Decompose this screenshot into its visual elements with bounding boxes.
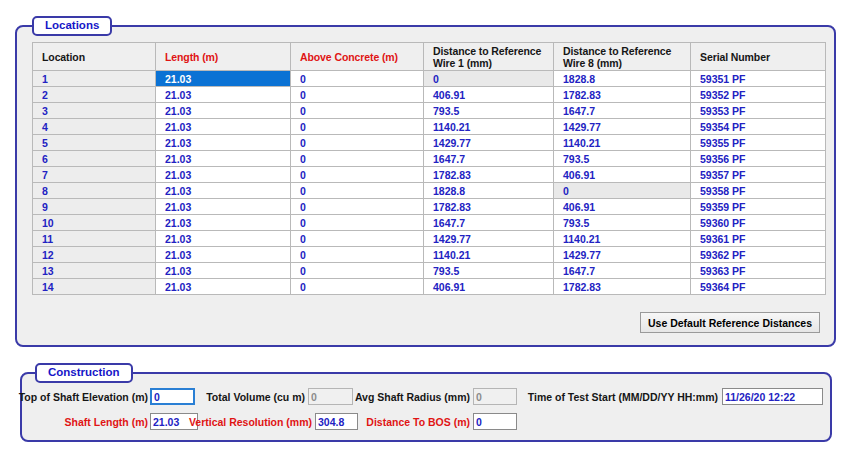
table-cell[interactable]: 406.91 bbox=[424, 279, 554, 295]
table-cell[interactable]: 59356 PF bbox=[691, 151, 826, 167]
row-header-cell: 3 bbox=[33, 103, 156, 119]
table-cell[interactable]: 1782.83 bbox=[424, 167, 554, 183]
table-cell[interactable]: 1140.21 bbox=[554, 231, 691, 247]
avg-shaft-radius-label: Avg Shaft Radius (mm) bbox=[355, 391, 470, 403]
table-row: 1221.0301140.211429.7759362 PF bbox=[33, 247, 826, 263]
row-header-cell: 7 bbox=[33, 167, 156, 183]
table-cell[interactable]: 21.03 bbox=[156, 135, 291, 151]
table-cell[interactable]: 59360 PF bbox=[691, 215, 826, 231]
table-cell[interactable]: 793.5 bbox=[554, 151, 691, 167]
table-cell[interactable]: 406.91 bbox=[554, 199, 691, 215]
row-header-cell: 9 bbox=[33, 199, 156, 215]
table-cell[interactable]: 1140.21 bbox=[424, 247, 554, 263]
table-cell[interactable]: 0 bbox=[291, 263, 424, 279]
table-cell[interactable]: 21.03 bbox=[156, 87, 291, 103]
table-row: 521.0301429.771140.2159355 PF bbox=[33, 135, 826, 151]
locations-table: LocationLength (m)Above Concrete (m)Dist… bbox=[32, 42, 826, 295]
table-cell[interactable]: 59355 PF bbox=[691, 135, 826, 151]
table-cell[interactable]: 21.03 bbox=[156, 215, 291, 231]
table-cell[interactable]: 0 bbox=[291, 135, 424, 151]
table-cell[interactable]: 59354 PF bbox=[691, 119, 826, 135]
table-cell[interactable]: 21.03 bbox=[156, 71, 291, 87]
table-cell[interactable]: 59363 PF bbox=[691, 263, 826, 279]
table-cell[interactable]: 0 bbox=[291, 183, 424, 199]
table-cell[interactable]: 0 bbox=[291, 247, 424, 263]
table-cell[interactable]: 21.03 bbox=[156, 183, 291, 199]
table-cell[interactable]: 793.5 bbox=[424, 103, 554, 119]
table-cell[interactable]: 0 bbox=[291, 279, 424, 295]
table-cell[interactable]: 1140.21 bbox=[424, 119, 554, 135]
distance-to-bos-input[interactable] bbox=[473, 413, 517, 430]
table-cell[interactable]: 1429.77 bbox=[554, 119, 691, 135]
table-cell[interactable]: 21.03 bbox=[156, 263, 291, 279]
table-cell[interactable]: 0 bbox=[291, 231, 424, 247]
row-header-cell: 11 bbox=[33, 231, 156, 247]
row-header-cell: 14 bbox=[33, 279, 156, 295]
table-cell[interactable]: 1429.77 bbox=[554, 247, 691, 263]
table-cell[interactable]: 59353 PF bbox=[691, 103, 826, 119]
table-cell[interactable]: 0 bbox=[554, 183, 691, 199]
table-cell[interactable]: 21.03 bbox=[156, 119, 291, 135]
table-cell[interactable]: 0 bbox=[291, 215, 424, 231]
top-of-shaft-elevation-input[interactable] bbox=[150, 388, 195, 405]
table-cell[interactable]: 1647.7 bbox=[424, 151, 554, 167]
table-row: 921.0301782.83406.9159359 PF bbox=[33, 199, 826, 215]
table-cell[interactable]: 59361 PF bbox=[691, 231, 826, 247]
locations-groupbox-label: Locations bbox=[32, 16, 112, 36]
table-cell[interactable]: 21.03 bbox=[156, 279, 291, 295]
table-cell[interactable]: 21.03 bbox=[156, 167, 291, 183]
table-row: 221.030406.911782.8359352 PF bbox=[33, 87, 826, 103]
vertical-resolution-input[interactable] bbox=[315, 413, 358, 430]
row-header-cell: 10 bbox=[33, 215, 156, 231]
table-cell[interactable]: 0 bbox=[291, 151, 424, 167]
table-cell[interactable]: 21.03 bbox=[156, 103, 291, 119]
table-cell[interactable]: 0 bbox=[291, 119, 424, 135]
use-default-reference-distances-button[interactable]: Use Default Reference Distances bbox=[640, 312, 820, 333]
table-cell[interactable]: 0 bbox=[291, 199, 424, 215]
row-header-cell: 5 bbox=[33, 135, 156, 151]
table-cell[interactable]: 59351 PF bbox=[691, 71, 826, 87]
table-cell[interactable]: 21.03 bbox=[156, 151, 291, 167]
table-cell[interactable]: 1782.83 bbox=[424, 199, 554, 215]
row-header-cell: 12 bbox=[33, 247, 156, 263]
table-row: 1421.030406.911782.8359364 PF bbox=[33, 279, 826, 295]
table-cell[interactable]: 1429.77 bbox=[424, 231, 554, 247]
table-cell[interactable]: 0 bbox=[291, 71, 424, 87]
column-header: Length (m) bbox=[156, 43, 291, 71]
table-cell[interactable]: 1647.7 bbox=[554, 103, 691, 119]
column-header: Distance to Reference Wire 1 (mm) bbox=[424, 43, 554, 71]
table-cell[interactable]: 0 bbox=[291, 103, 424, 119]
table-cell[interactable]: 59364 PF bbox=[691, 279, 826, 295]
table-cell[interactable]: 0 bbox=[291, 167, 424, 183]
column-header: Location bbox=[33, 43, 156, 71]
table-cell[interactable]: 21.03 bbox=[156, 231, 291, 247]
total-volume-label: Total Volume (cu m) bbox=[206, 391, 305, 403]
table-cell[interactable]: 1429.77 bbox=[424, 135, 554, 151]
table-cell[interactable]: 1828.8 bbox=[554, 71, 691, 87]
table-cell[interactable]: 59358 PF bbox=[691, 183, 826, 199]
table-cell[interactable]: 1647.7 bbox=[424, 215, 554, 231]
table-cell[interactable]: 0 bbox=[424, 71, 554, 87]
table-cell[interactable]: 59352 PF bbox=[691, 87, 826, 103]
table-cell[interactable]: 1828.8 bbox=[424, 183, 554, 199]
table-cell[interactable]: 59357 PF bbox=[691, 167, 826, 183]
locations-table-header: LocationLength (m)Above Concrete (m)Dist… bbox=[33, 43, 826, 71]
table-cell[interactable]: 406.91 bbox=[424, 87, 554, 103]
table-cell[interactable]: 406.91 bbox=[554, 167, 691, 183]
table-cell[interactable]: 1647.7 bbox=[554, 263, 691, 279]
table-cell[interactable]: 0 bbox=[291, 87, 424, 103]
table-cell[interactable]: 59359 PF bbox=[691, 199, 826, 215]
time-of-test-start-input[interactable] bbox=[722, 388, 823, 405]
table-cell[interactable]: 1782.83 bbox=[554, 279, 691, 295]
table-cell[interactable]: 1140.21 bbox=[554, 135, 691, 151]
table-cell[interactable]: 793.5 bbox=[424, 263, 554, 279]
row-header-cell: 13 bbox=[33, 263, 156, 279]
table-cell[interactable]: 21.03 bbox=[156, 247, 291, 263]
locations-groupbox: Locations LocationLength (m)Above Concre… bbox=[15, 25, 836, 347]
table-cell[interactable]: 1782.83 bbox=[554, 87, 691, 103]
table-cell[interactable]: 793.5 bbox=[554, 215, 691, 231]
table-cell[interactable]: 21.03 bbox=[156, 199, 291, 215]
app-window: Locations LocationLength (m)Above Concre… bbox=[0, 0, 854, 456]
column-header: Distance to Reference Wire 8 (mm) bbox=[554, 43, 691, 71]
table-cell[interactable]: 59362 PF bbox=[691, 247, 826, 263]
